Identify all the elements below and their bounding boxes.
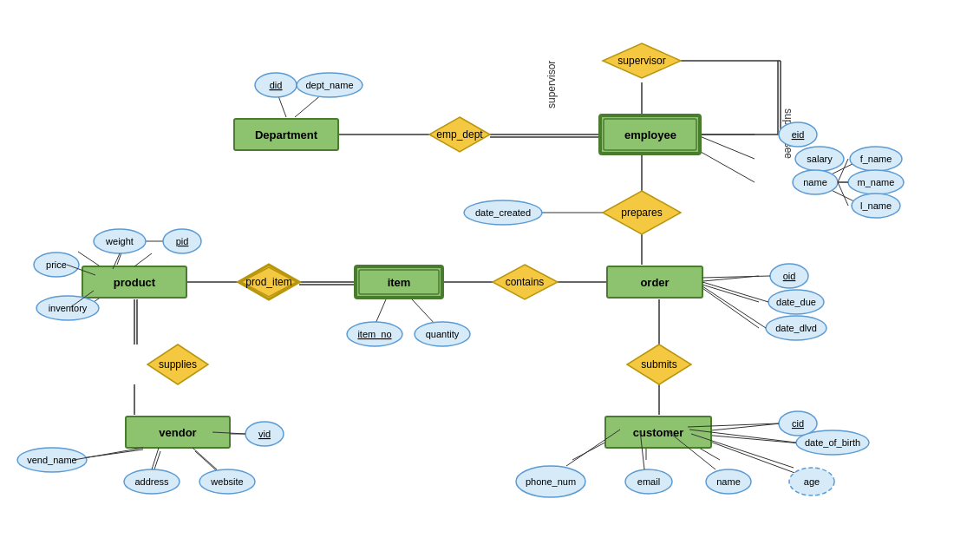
entity-employee-label: employee — [624, 128, 676, 141]
attr-oid-label: oid — [783, 271, 796, 281]
attr-m-name-label: m_name — [858, 177, 895, 187]
attr-vid-label: vid — [258, 429, 271, 439]
entity-item-label: item — [388, 276, 411, 289]
attr-cid-label: cid — [792, 418, 804, 429]
attr-email-label: email — [637, 476, 660, 487]
attr-employee-name-label: name — [803, 177, 827, 187]
attr-age-label: age — [804, 476, 820, 487]
relation-prod-item-label: prod_item — [245, 276, 291, 288]
attr-date-dlvd-label: date_dlvd — [775, 323, 817, 333]
attr-customer-name-label: name — [716, 476, 741, 487]
er-diagram-canvas: supervisor supervisee Department employe… — [0, 0, 980, 538]
attr-date-due-label: date_due — [776, 297, 816, 307]
svg-line-38 — [412, 299, 436, 325]
relation-supervisor-label: supervisor — [617, 55, 665, 67]
svg-line-63 — [193, 448, 217, 469]
svg-line-22 — [295, 94, 323, 117]
attr-address-label: address — [134, 476, 169, 487]
attr-quantity-label: quantity — [426, 329, 460, 339]
entity-department-label: Department — [255, 128, 318, 141]
svg-text:supervisor: supervisor — [546, 61, 558, 108]
attr-date-created-label: date_created — [475, 207, 531, 218]
attr-f-name-label: f_name — [860, 154, 892, 164]
attr-dept-name-label: dept_name — [305, 80, 353, 90]
attr-salary-label: salary — [807, 154, 833, 164]
attr-eid-label: eid — [792, 129, 805, 140]
attr-vend-name-label: vend_name — [27, 455, 77, 465]
attr-weight-label: weight — [105, 236, 134, 246]
entity-product-label: product — [114, 276, 156, 289]
attr-did-label: did — [270, 80, 283, 90]
attr-phone-num-label: phone_num — [526, 476, 576, 487]
attr-website-label: website — [210, 476, 243, 487]
relation-supplies-label: supplies — [159, 358, 197, 371]
attr-pid-label: pid — [176, 236, 189, 246]
entity-vendor-label: vendor — [159, 426, 196, 439]
svg-line-60 — [702, 286, 766, 328]
er-diagram-svg: supervisor supervisee Department employe… — [0, 0, 980, 538]
svg-line-59 — [702, 282, 768, 302]
svg-line-61 — [74, 448, 143, 460]
relation-submits-label: submits — [641, 358, 676, 371]
attr-l-name-label: l_name — [860, 200, 892, 211]
svg-line-30 — [694, 282, 759, 302]
relation-emp-dept-label: emp_dept — [436, 128, 483, 141]
svg-line-58 — [702, 276, 770, 278]
relation-prepares-label: prepares — [621, 207, 662, 219]
attr-inventory-label: inventory — [49, 303, 88, 313]
attr-date-of-birth-label: date_of_birth — [805, 437, 860, 448]
attr-price-label: price — [46, 259, 67, 270]
entity-order-label: order — [640, 276, 669, 289]
relation-contains-label: contains — [506, 276, 545, 288]
svg-line-57 — [134, 253, 152, 266]
attr-item-no-label: item_no — [357, 329, 391, 339]
